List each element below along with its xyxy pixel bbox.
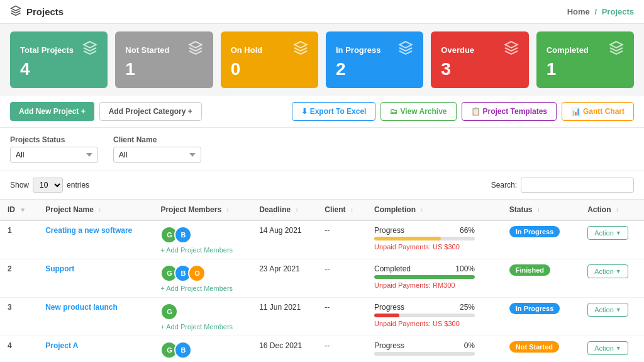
svg-marker-1 <box>84 42 96 48</box>
cell-id: 4 <box>0 336 38 363</box>
entries-label: entries <box>67 181 89 189</box>
progress-pct-text: 66% <box>460 226 475 235</box>
progress-bar-fill <box>374 237 441 240</box>
client-filter-label: Client Name <box>113 135 201 144</box>
project-name-link[interactable]: Creating a new software <box>45 226 132 235</box>
table-header-row: ID ▼ Project Name ↕ Project Members ↕ De… <box>0 200 644 221</box>
add-project-button[interactable]: Add New Project + <box>10 102 94 121</box>
sort-client-icon: ↕ <box>350 206 353 213</box>
export-icon: ⬇ <box>301 107 308 116</box>
export-excel-button[interactable]: ⬇ Export To Excel <box>292 102 376 121</box>
action-button[interactable]: Action ▼ <box>587 264 628 278</box>
add-members-link[interactable]: + Add Project Members <box>160 246 244 254</box>
add-members-link[interactable]: + Add Project Members <box>160 323 244 331</box>
stat-card-total[interactable]: Total Projects 4 <box>10 31 108 88</box>
stat-completed-value: 1 <box>547 59 624 79</box>
cell-deadline: 23 Apr 2021 <box>252 259 317 298</box>
toolbar-right: ⬇ Export To Excel 🗂 View Archive 📋 Proje… <box>292 102 634 121</box>
project-name-link[interactable]: Support <box>45 264 74 273</box>
member-avatar[interactable]: B <box>174 341 192 359</box>
stat-card-overdue[interactable]: Overdue 3 <box>431 31 528 88</box>
stat-card-not-started[interactable]: Not Started 1 <box>115 31 213 88</box>
search-box: Search: <box>491 178 634 193</box>
project-templates-button[interactable]: 📋 Project Templates <box>462 102 557 121</box>
col-status[interactable]: Status ↕ <box>502 200 580 221</box>
client-filter-select[interactable]: All <box>113 147 201 163</box>
member-avatar[interactable]: O <box>188 264 206 282</box>
chevron-down-icon: ▼ <box>616 345 621 351</box>
cell-status: Not Started <box>502 336 580 363</box>
cell-status: In Progress <box>502 220 580 259</box>
progress-label-text: Progress <box>374 341 404 350</box>
action-button[interactable]: Action ▼ <box>587 226 628 240</box>
action-button[interactable]: Action ▼ <box>587 341 628 355</box>
search-input[interactable] <box>521 178 634 193</box>
cell-client: -- <box>317 298 367 336</box>
stat-total-icon <box>82 40 97 59</box>
stat-card-on-hold[interactable]: On Hold 0 <box>221 31 318 88</box>
cell-completion: Progress66%Unpaid Payments: US $300 <box>367 220 502 259</box>
entries-per-page-select[interactable]: 10 25 50 <box>33 178 63 193</box>
col-client[interactable]: Client ↕ <box>317 200 367 221</box>
stat-in-progress-label: In Progress <box>336 45 381 55</box>
client-filter-group: Client Name All <box>113 135 201 163</box>
progress-pct-text: 0% <box>464 341 475 350</box>
stat-overdue-icon <box>504 40 519 59</box>
stat-not-started-icon <box>188 40 203 59</box>
table-row: 3New product launchG+ Add Project Member… <box>0 298 644 336</box>
stat-completed-label: Completed <box>547 45 589 55</box>
sort-deadline-icon: ↕ <box>296 206 299 213</box>
col-deadline[interactable]: Deadline ↕ <box>252 200 317 221</box>
cell-members: GB+ Add Project Members <box>153 336 252 363</box>
progress-bar-fill <box>374 314 399 317</box>
member-avatar[interactable]: G <box>160 303 178 320</box>
gantt-label: Gantt Chart <box>583 107 625 116</box>
cell-id: 2 <box>0 259 38 298</box>
breadcrumb: Home / Projects <box>567 7 634 16</box>
templates-label: Project Templates <box>483 107 547 116</box>
svg-marker-4 <box>399 42 412 48</box>
add-category-button[interactable]: Add Project Category + <box>99 102 202 121</box>
unpaid-payments-text: Unpaid Payments: US $300 <box>374 243 475 251</box>
breadcrumb-separator: / <box>594 7 597 16</box>
status-badge: In Progress <box>509 303 560 314</box>
cell-name: Support <box>38 259 153 298</box>
sort-completion-icon: ↕ <box>420 206 423 213</box>
status-filter-select[interactable]: All <box>10 147 98 163</box>
add-members-link[interactable]: + Add Project Members <box>160 285 244 292</box>
col-action[interactable]: Action ↕ <box>580 200 644 221</box>
col-completion[interactable]: Completion ↕ <box>367 200 502 221</box>
svg-marker-3 <box>294 42 307 48</box>
project-name-link[interactable]: New product launch <box>45 303 118 312</box>
cell-action: Action ▼ <box>580 259 644 298</box>
member-avatar[interactable]: B <box>174 226 192 244</box>
sort-action-icon: ↕ <box>616 206 619 213</box>
progress-label-text: Completed <box>374 264 411 273</box>
project-name-link[interactable]: Project A <box>45 341 78 350</box>
col-members[interactable]: Project Members ↕ <box>153 200 252 221</box>
cell-completion: Completed100%Unpaid Payments: RM300 <box>367 259 502 298</box>
stat-on-hold-icon <box>293 40 308 59</box>
stat-card-completed[interactable]: Completed 1 <box>536 31 634 88</box>
gantt-chart-button[interactable]: 📊 Gantt Chart <box>562 102 634 121</box>
cell-deadline: 14 Aug 2021 <box>252 220 317 259</box>
status-badge: Finished <box>509 264 550 276</box>
view-archive-button[interactable]: 🗂 View Archive <box>380 102 456 121</box>
progress-pct-text: 100% <box>455 264 475 273</box>
breadcrumb-home[interactable]: Home <box>567 7 590 16</box>
sort-name-icon: ↕ <box>98 206 101 213</box>
status-badge: In Progress <box>509 226 560 237</box>
stat-card-in-progress[interactable]: In Progress 2 <box>326 31 423 88</box>
col-id[interactable]: ID ▼ <box>0 200 38 221</box>
stat-total-label: Total Projects <box>20 45 74 55</box>
stat-on-hold-label: On Hold <box>231 45 263 55</box>
svg-marker-0 <box>11 6 21 11</box>
col-name[interactable]: Project Name ↕ <box>38 200 153 221</box>
sort-id-icon: ▼ <box>19 206 26 213</box>
stat-total-value: 4 <box>20 59 97 79</box>
action-button[interactable]: Action ▼ <box>587 303 628 317</box>
cell-members: GB+ Add Project Members <box>153 220 252 259</box>
filters-row: Projects Status All Client Name All <box>0 128 644 171</box>
sort-status-icon: ↕ <box>537 206 540 213</box>
stat-on-hold-value: 0 <box>231 59 308 79</box>
